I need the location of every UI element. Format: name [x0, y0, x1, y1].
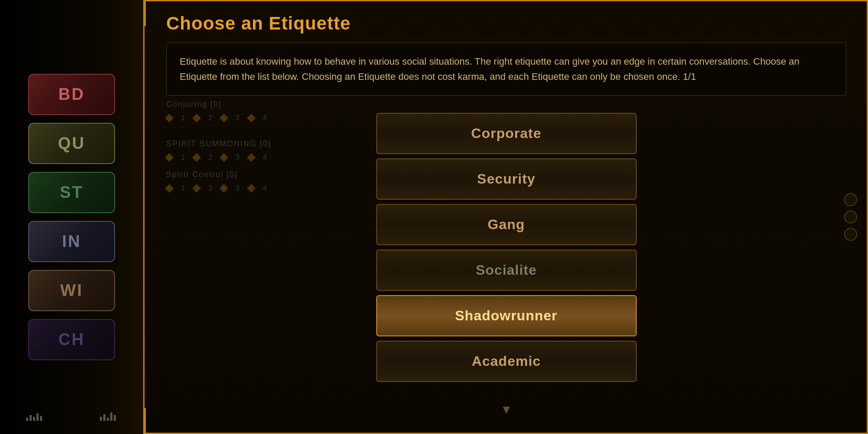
dot-icon [165, 153, 174, 162]
corner-tl [145, 0, 171, 26]
dot-icon [165, 114, 174, 122]
corner-bl [145, 408, 171, 434]
dot-icon [192, 184, 201, 193]
description-box: Etiquette is about knowing how to behave… [166, 43, 846, 95]
sidebar-item-ch[interactable]: CH [28, 319, 115, 360]
deco-circle [844, 210, 857, 224]
etiquette-gang[interactable]: Gang [376, 204, 637, 245]
dot-icon [220, 114, 228, 122]
corner-tr [842, 0, 868, 26]
scroll-down-arrow[interactable]: ▼ [500, 403, 513, 417]
skill-label-conjuring: Conjuring [0] [166, 100, 271, 109]
panel-title: Choose an Etiquette [145, 0, 868, 43]
skill-dots-spirit: 1 2 3 4 [166, 154, 271, 161]
dot-icon [192, 114, 201, 122]
dot-icon [192, 153, 201, 162]
etiquette-socialite[interactable]: Socialite [376, 250, 637, 291]
main-panel: Choose an Etiquette Etiquette is about k… [143, 0, 868, 434]
sidebar-item-wi[interactable]: WI [28, 270, 115, 311]
sidebar-item-qu[interactable]: QU [28, 123, 115, 164]
description-text: Etiquette is about knowing how to behave… [180, 54, 833, 84]
etiquette-academic[interactable]: Academic [376, 341, 637, 382]
sidebar: BD QU ST IN WI CH [0, 0, 143, 434]
dot-icon [165, 184, 174, 193]
right-decoration [842, 193, 859, 241]
background-skills: Conjuring [0] 1 2 3 4 SPIRIT SUMMONING [… [166, 100, 271, 195]
dot-icon [247, 114, 256, 122]
skill-label-spirit-summoning: SPIRIT SUMMONING [0] [166, 139, 271, 148]
deco-circle [844, 228, 857, 241]
audio-bars-right [100, 412, 116, 421]
deco-circle [844, 193, 857, 206]
etiquette-list: Corporate Security Gang Socialite Shadow… [376, 113, 637, 382]
skill-label-spirit-control: Spirit Control [0] [166, 170, 271, 179]
dot-icon [247, 153, 256, 162]
corner-br [842, 408, 868, 434]
sidebar-item-st[interactable]: ST [28, 172, 115, 213]
dot-icon [220, 153, 228, 162]
skill-dots-spirit-control: 1 2 3 4 [166, 184, 271, 192]
skill-dots-conjuring: 1 2 3 4 [166, 114, 271, 122]
dot-icon [247, 184, 256, 193]
panel-border-top [145, 0, 868, 1]
etiquette-corporate[interactable]: Corporate [376, 113, 637, 154]
audio-bars-left [26, 413, 42, 421]
sidebar-item-in[interactable]: IN [28, 221, 115, 262]
dot-icon [220, 184, 228, 193]
etiquette-shadowrunner[interactable]: Shadowrunner [376, 295, 637, 336]
sidebar-item-bd[interactable]: BD [28, 74, 115, 115]
etiquette-security[interactable]: Security [376, 158, 637, 200]
